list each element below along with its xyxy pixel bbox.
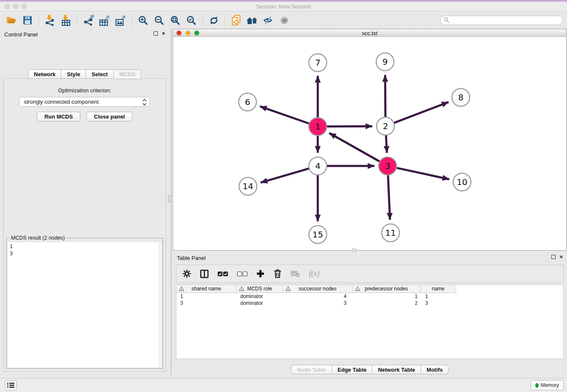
graph-node-label: 2	[383, 121, 388, 131]
select-all-columns-icon[interactable]	[217, 268, 228, 280]
float-panel-icon[interactable]	[154, 31, 158, 36]
graph-edge[interactable]	[397, 168, 449, 179]
result-scrollbar[interactable]	[159, 242, 162, 367]
zoom-fit-icon[interactable]	[168, 14, 182, 27]
toolbar-separator	[132, 14, 132, 27]
tab-node-table[interactable]: Node Table	[291, 365, 332, 374]
mcds-result-title: MCDS result (2 nodes)	[9, 235, 66, 241]
table-row[interactable]: 3 dominator 3 2 3	[176, 300, 563, 306]
float-panel-icon[interactable]	[551, 255, 556, 259]
column-header-shared-name[interactable]: shared name	[176, 285, 237, 293]
run-mcds-button[interactable]: Run MCDS	[37, 112, 80, 121]
delete-columns-icon[interactable]	[273, 268, 282, 280]
control-panel: Control Panel × Network Style Select MCD…	[0, 29, 169, 375]
column-header-mcds-role[interactable]: MCDS role	[237, 285, 283, 293]
titlebar: Session: New Session	[0, 2, 567, 11]
close-panel-icon[interactable]: ×	[162, 31, 165, 36]
graph-edge[interactable]	[260, 106, 309, 124]
graph-edge[interactable]	[388, 175, 390, 220]
table-panel: Table Panel × f(x)	[173, 252, 567, 377]
graph-node-label: 3	[385, 161, 391, 171]
zoom-out-icon[interactable]	[152, 14, 166, 27]
graph-node[interactable]: 14	[239, 177, 257, 195]
graph-node[interactable]: 8	[452, 88, 470, 106]
tab-motifs[interactable]: Motifs	[421, 365, 449, 374]
graph-node[interactable]: 3	[379, 157, 396, 175]
memory-button[interactable]: Memory	[531, 380, 564, 390]
mcds-panel-content: Optimization criterion: strongly connect…	[3, 78, 166, 372]
memory-status-icon	[535, 383, 539, 388]
tab-mcds[interactable]: MCDS	[114, 69, 141, 79]
graph-edge[interactable]	[329, 133, 380, 161]
toolbar-separator	[225, 14, 225, 27]
graph-node-label: 11	[385, 228, 396, 238]
column-header-predecessor-nodes[interactable]: predecessor nodes	[352, 285, 421, 293]
vertical-splitter-handle[interactable]	[168, 196, 172, 202]
chevron-updown-icon	[142, 98, 147, 106]
tab-network-table[interactable]: Network Table	[372, 365, 421, 374]
optimization-criterion-select[interactable]: strongly connected component	[19, 97, 150, 107]
graph-edge[interactable]	[385, 75, 385, 117]
save-session-icon[interactable]	[20, 14, 35, 27]
search-field-wrap	[440, 16, 563, 25]
column-header-name[interactable]: name	[421, 285, 456, 293]
mcds-result-textarea[interactable]: 1 3	[8, 242, 162, 367]
graph-node-label: 1	[315, 121, 321, 132]
cell-name: 3	[421, 300, 456, 306]
cell-shared-name: 3	[176, 300, 237, 306]
hide-graphics-details-icon[interactable]	[261, 14, 275, 27]
mcds-result-group: MCDS result (2 nodes) 1 3	[6, 238, 163, 369]
zoom-selected-icon[interactable]	[184, 14, 198, 27]
main-toolbar	[0, 12, 567, 29]
graph-edge[interactable]	[386, 135, 387, 153]
column-header-successor-nodes[interactable]: successor nodes	[283, 285, 352, 293]
tab-edge-table[interactable]: Edge Table	[332, 365, 372, 374]
graph-node[interactable]: 2	[377, 117, 394, 135]
task-history-button[interactable]	[5, 380, 17, 390]
close-panel-button[interactable]: Close panel	[86, 112, 132, 121]
list-icon	[7, 382, 14, 388]
graph-node[interactable]: 10	[453, 173, 471, 191]
export-image-icon[interactable]	[113, 14, 128, 27]
graph-node[interactable]: 7	[309, 54, 327, 72]
table-row[interactable]: 1 dominator 4 1 1	[176, 293, 563, 300]
search-input[interactable]	[440, 16, 563, 25]
tab-network[interactable]: Network	[28, 69, 61, 79]
export-table-icon[interactable]	[97, 14, 112, 27]
network-window-titlebar[interactable]: × − + scc.txt	[173, 29, 566, 37]
graph-node[interactable]: 15	[309, 226, 327, 243]
graph-edge[interactable]	[327, 126, 372, 127]
table-options-icon[interactable]	[182, 268, 191, 280]
graph-edge[interactable]	[261, 168, 309, 182]
graph-node[interactable]: 1	[309, 118, 327, 135]
cell-mcds-role: dominator	[237, 293, 283, 300]
import-table-icon[interactable]	[59, 14, 73, 27]
close-panel-icon[interactable]: ×	[559, 255, 563, 259]
tab-select[interactable]: Select	[86, 69, 113, 79]
unselect-all-columns-icon[interactable]	[237, 268, 248, 280]
column-selector-icon[interactable]	[200, 268, 209, 280]
result-line: 3	[10, 250, 160, 257]
tab-style[interactable]: Style	[61, 69, 86, 79]
tree-hierarchy-icon	[286, 287, 291, 291]
graph-node[interactable]: 6	[239, 93, 256, 111]
control-panel-title: Control Panel	[4, 31, 38, 38]
control-panel-header: Control Panel ×	[0, 29, 169, 40]
clone-network-icon[interactable]	[229, 14, 243, 27]
open-session-icon[interactable]	[4, 14, 19, 27]
graph-node[interactable]: 9	[376, 53, 394, 71]
graph-edge[interactable]	[394, 102, 449, 123]
horizontal-splitter-handle[interactable]	[352, 248, 356, 252]
network-canvas[interactable]: 7968124314101511	[173, 37, 566, 250]
graph-node[interactable]: 11	[382, 224, 399, 242]
graph-node[interactable]: 4	[309, 157, 327, 175]
network-graph[interactable]: 7968124314101511	[173, 37, 566, 251]
import-network-icon[interactable]	[43, 14, 57, 27]
add-column-icon[interactable]	[256, 268, 264, 280]
export-network-icon[interactable]	[81, 14, 96, 27]
table-panel-tabs: Node Table Edge Table Network Table Moti…	[173, 365, 567, 374]
show-graphics-details-icon[interactable]	[277, 14, 292, 27]
refresh-icon[interactable]	[206, 14, 221, 27]
zoom-in-icon[interactable]	[136, 14, 150, 27]
home-icon[interactable]	[245, 14, 259, 27]
